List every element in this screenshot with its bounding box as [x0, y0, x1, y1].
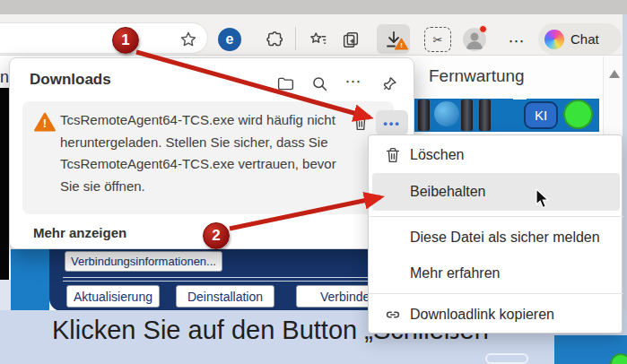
annotation-step-1-badge: 1	[112, 27, 139, 54]
downloads-more-options-icon[interactable]: ⋯	[344, 72, 363, 91]
page-scrollbar[interactable]	[603, 56, 623, 134]
panel-separator	[63, 277, 402, 278]
more-glyph: ⋯	[509, 31, 526, 51]
download-warning-triangle-icon: !	[395, 38, 408, 50]
ki-initials: KI	[535, 108, 547, 123]
chat-button[interactable]: Chat	[538, 23, 622, 55]
server-pillar-icon	[479, 100, 491, 131]
remote-app-panel: Verbindungsinformationen... Aktualisieru…	[49, 249, 414, 311]
svg-text:!: !	[400, 41, 403, 49]
search-downloads-icon[interactable]	[309, 74, 329, 93]
menu-item-learn-more[interactable]: Mehr erfahren	[369, 256, 623, 291]
warning-triangle-icon: !	[34, 112, 56, 132]
menu-item-copy-link[interactable]: Downloadlink kopieren	[369, 297, 623, 333]
panel-separator	[63, 281, 402, 282]
profile-notification-dot	[479, 25, 487, 33]
menu-divider	[369, 216, 623, 217]
delete-download-icon[interactable]	[351, 113, 370, 133]
menu-keep-label: Beibehalten	[410, 184, 486, 200]
settings-more-icon[interactable]: ⋯	[505, 30, 528, 53]
menu-learn-more-label: Mehr erfahren	[410, 265, 501, 282]
trash-icon	[383, 145, 403, 165]
connection-info-label: Verbindungsinformationen...	[71, 255, 216, 268]
server-pillar-icon	[418, 100, 430, 131]
window-top-strip	[0, 0, 627, 14]
menu-item-keep[interactable]: Beibehalten	[369, 174, 623, 210]
menu-item-delete[interactable]: Löschen	[369, 137, 623, 173]
avatar-tab-notch	[513, 92, 527, 100]
web-capture-icon[interactable]: ✂	[424, 27, 451, 52]
show-more-link[interactable]: Mehr anzeigen	[33, 225, 126, 240]
step-1-number: 1	[121, 31, 129, 49]
connection-info-button[interactable]: Verbindungsinformationen...	[65, 251, 222, 272]
background-button-outline	[485, 353, 528, 364]
open-downloads-folder-icon[interactable]	[275, 74, 295, 93]
online-status-dot	[563, 100, 593, 129]
mouse-cursor-icon	[535, 188, 554, 210]
annotation-step-2-badge: 2	[203, 222, 230, 249]
menu-delete-label: Löschen	[410, 147, 465, 163]
page-black-strip	[0, 88, 9, 280]
scissors-glyph: ✂	[433, 33, 443, 47]
download-item-more-button[interactable]: •••	[376, 110, 408, 135]
downloads-more-glyph: ⋯	[345, 72, 362, 91]
step-2-number: 2	[212, 227, 220, 245]
link-icon	[383, 305, 403, 325]
ki-avatar-badge[interactable]: KI	[524, 101, 558, 129]
download-context-menu: Löschen Beibehalten Diese Datei als sich…	[368, 134, 623, 334]
favorite-star-icon[interactable]	[177, 28, 200, 51]
screenshot-root: e ! ✂ ⋯ Chat ng Fernwartung KI	[0, 0, 627, 364]
menu-item-report-safe[interactable]: Diese Datei als sicher melden	[369, 220, 623, 256]
downloads-title: Downloads	[30, 71, 111, 89]
edge-extension-logo-icon[interactable]: e	[218, 28, 241, 51]
pin-downloads-icon[interactable]	[379, 74, 399, 93]
download-warning-text: TcsRemoteAgent64-TCS.exe wird häufig nic…	[60, 109, 353, 197]
update-button[interactable]: Aktualisierung	[66, 285, 160, 308]
uninstall-button[interactable]: Deinstallation	[176, 285, 274, 308]
chat-label: Chat	[570, 31, 599, 47]
edge-logo-letter: e	[226, 31, 234, 48]
copilot-icon	[544, 30, 564, 49]
uninstall-label: Deinstallation	[187, 290, 263, 304]
downloads-toolbar-button[interactable]: !	[377, 24, 410, 54]
server-pillar-icon	[461, 100, 473, 131]
download-item-more-glyph: •••	[383, 117, 401, 130]
download-warning-card[interactable]: ! TcsRemoteAgent64-TCS.exe wird häufig n…	[22, 101, 394, 214]
fernwartung-title: Fernwartung	[429, 66, 525, 86]
downloads-flyout: Downloads ⋯ ! TcsRemoteAgent64-TCS.exe w…	[9, 57, 414, 249]
menu-divider	[369, 293, 623, 294]
update-label: Aktualisierung	[74, 290, 152, 304]
svg-text:!: !	[43, 117, 47, 130]
scrollbar-up-arrow-icon[interactable]	[609, 70, 620, 78]
toolbar-divider	[295, 27, 296, 50]
collections-icon[interactable]	[339, 28, 362, 51]
favorites-list-icon[interactable]	[307, 28, 330, 51]
globe-icon	[434, 101, 459, 126]
menu-report-safe-label: Diese Datei als sicher melden	[410, 230, 600, 246]
extensions-puzzle-icon[interactable]	[265, 28, 288, 51]
menu-copy-link-label: Downloadlink kopieren	[410, 307, 554, 323]
